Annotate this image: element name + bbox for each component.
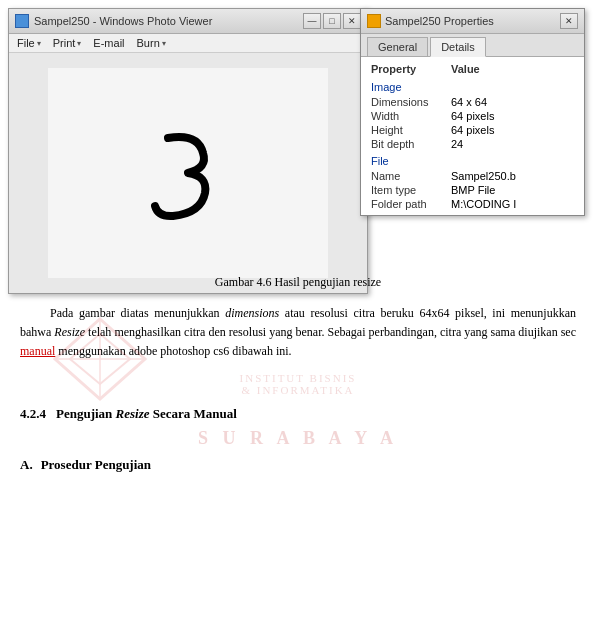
properties-title: Sampel250 Properties [385,15,494,27]
prop-name-itemtype: Item type [367,183,447,197]
maximize-button[interactable]: □ [323,13,341,29]
section-image: Image [367,77,578,95]
properties-icon [367,14,381,28]
prop-value-height: 64 pixels [447,123,578,137]
properties-window: Sampel250 Properties ✕ General Details P… [360,8,585,216]
print-menu-arrow: ▾ [77,39,81,48]
window-controls: — □ ✕ [303,13,361,29]
menu-burn[interactable]: Burn ▾ [137,37,166,49]
props-close-button[interactable]: ✕ [560,13,578,29]
prop-name-height: Height [367,123,447,137]
tab-details[interactable]: Details [430,37,486,57]
minimize-button[interactable]: — [303,13,321,29]
file-menu-arrow: ▾ [37,39,41,48]
figure-caption: Gambar 4.6 Hasil pengujian resize [20,275,576,290]
close-button[interactable]: ✕ [343,13,361,29]
col-property: Property [367,61,447,77]
table-row: Width 64 pixels [367,109,578,123]
menu-print[interactable]: Print ▾ [53,37,82,49]
photo-viewer-window: Sampel250 - Windows Photo Viewer — □ ✕ F… [8,8,368,294]
burn-menu-arrow: ▾ [162,39,166,48]
properties-content: Property Value Image Dimensions 64 x 64 … [361,57,584,215]
prop-value-folderpath: M:\CODING I [447,197,578,211]
subsection-a-row: A. Prosedur Pengujian [20,457,576,473]
section-title: Pengujian Resize Secara Manual [56,406,237,422]
prop-name-filename: Name [367,169,447,183]
menu-file[interactable]: File ▾ [17,37,41,49]
photo-canvas-area [9,53,367,293]
subsection-a-title: Prosedur Pengujian [41,457,151,473]
surabaya-watermark: S U R A B A Y A [20,428,576,449]
prop-value-width: 64 pixels [447,109,578,123]
properties-title-area: Sampel250 Properties [367,14,494,28]
prop-name-bitdepth: Bit depth [367,137,447,151]
photo-canvas [48,68,328,278]
photo-viewer-icon [15,14,29,28]
properties-titlebar: Sampel250 Properties ✕ [361,9,584,34]
table-row: Bit depth 24 [367,137,578,151]
photo-viewer-titlebar: Sampel250 - Windows Photo Viewer — □ ✕ [9,9,367,34]
institut-bisnis-watermark: INSTITUT BISNIS & INFORMATIKA [20,372,576,396]
subsection-a-label: A. [20,457,33,473]
page-content: Gambar 4.6 Hasil pengujian resize Pada g… [0,275,596,473]
prop-value-itemtype: BMP File [447,183,578,197]
properties-tabs: General Details [361,34,584,57]
table-row: Folder path M:\CODING I [367,197,578,211]
image-content [143,118,233,228]
tab-general[interactable]: General [367,37,428,56]
prop-value-filename: Sampel250.b [447,169,578,183]
photo-viewer-title-area: Sampel250 - Windows Photo Viewer [15,14,212,28]
section-file: File [367,151,578,169]
col-value: Value [447,61,578,77]
photo-viewer-title: Sampel250 - Windows Photo Viewer [34,15,212,27]
body-paragraph-1: Pada gambar diatas menunjukkan dimension… [20,304,576,362]
section-number: 4.2.4 [20,406,46,422]
prop-name-folderpath: Folder path [367,197,447,211]
photo-viewer-menubar: File ▾ Print ▾ E-mail Burn ▾ [9,34,367,53]
prop-value-bitdepth: 24 [447,137,578,151]
properties-window-controls: ✕ [560,13,578,29]
prop-name-width: Width [367,109,447,123]
prop-value-dimensions: 64 x 64 [447,95,578,109]
properties-table: Property Value Image Dimensions 64 x 64 … [367,61,578,211]
table-row: Height 64 pixels [367,123,578,137]
menu-email[interactable]: E-mail [93,37,124,49]
prop-name-dimensions: Dimensions [367,95,447,109]
table-row: Name Sampel250.b [367,169,578,183]
section-heading: 4.2.4 Pengujian Resize Secara Manual [20,406,576,422]
table-row: Item type BMP File [367,183,578,197]
table-row: Dimensions 64 x 64 [367,95,578,109]
